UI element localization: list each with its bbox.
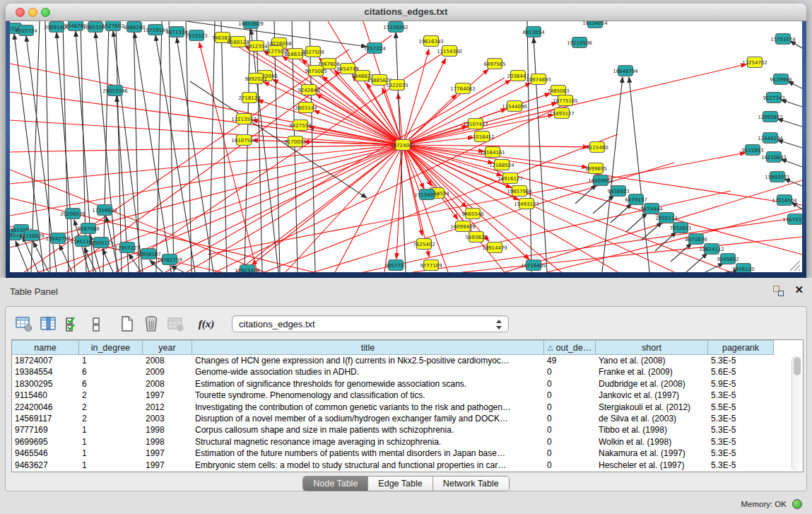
table-cell[interactable]: 0 — [544, 390, 596, 401]
table-row[interactable]: 911546021997Tourette syndrome. Phenomeno… — [12, 390, 803, 401]
table-cell[interactable]: Hescheler et al. (1997) — [596, 460, 708, 471]
graph-edge-black[interactable] — [23, 236, 38, 272]
table-cell[interactable]: 2 — [79, 402, 143, 413]
table-cell[interactable]: 0 — [544, 424, 596, 436]
graph-edge-red[interactable] — [403, 145, 802, 255]
select-all-icon[interactable] — [62, 314, 82, 334]
graph-edge-black[interactable] — [790, 41, 802, 48]
table-cell[interactable]: 1998 — [143, 424, 192, 436]
table-cell[interactable]: 18300295 — [12, 378, 79, 390]
table-cell[interactable]: Tourette syndrome. Phenomenology and cla… — [192, 390, 544, 401]
graph-edge-black[interactable] — [534, 37, 547, 272]
table-cell[interactable]: 1998 — [143, 436, 192, 448]
column-header-in_degree[interactable]: in_degree — [79, 340, 143, 355]
graph-edge-black[interactable] — [95, 33, 117, 272]
table-cell[interactable]: 9777169 — [12, 424, 79, 436]
table-cell[interactable]: Structural magnetic resonance image aver… — [192, 436, 544, 448]
table-cell[interactable]: 49 — [544, 355, 596, 366]
graph-edge-black[interactable] — [102, 249, 113, 272]
table-cell[interactable]: 5.3E-5 — [708, 355, 774, 366]
graph-edge-black[interactable] — [777, 119, 802, 127]
table-cell[interactable]: Genome-wide association studies in ADHD. — [192, 366, 544, 378]
table-cell[interactable]: 5.3E-5 — [708, 424, 774, 436]
graph-edge-black[interactable] — [629, 77, 649, 272]
table-cell[interactable]: 5.6E-5 — [708, 366, 774, 378]
table-row[interactable]: 977716911998Corpus callosum shape and si… — [12, 424, 803, 436]
table-cell[interactable]: 0 — [544, 448, 596, 459]
table-settings-icon[interactable] — [14, 314, 34, 334]
table-cell[interactable]: 1997 — [143, 390, 192, 401]
memory-status-icon[interactable] — [792, 499, 802, 509]
column-header-short[interactable]: short — [596, 340, 708, 355]
table-cell[interactable]: 22420046 — [12, 402, 79, 413]
table-cell[interactable]: Tibbo et al. (1998) — [596, 424, 708, 436]
graph-edge-black[interactable] — [177, 37, 213, 272]
table-row[interactable]: 946554611997Estimation of the future num… — [12, 448, 803, 459]
table-cell[interactable]: 2009 — [143, 366, 192, 378]
table-cell[interactable]: 6 — [79, 366, 143, 378]
column-header-out_de[interactable]: △out_de… — [544, 340, 596, 355]
table-row[interactable]: 946362711997Embryonic stem cells: a mode… — [12, 460, 803, 471]
table-cell[interactable]: Changes of HCN gene expression and I(f) … — [192, 355, 544, 366]
table-cell[interactable]: 5.9E-5 — [708, 378, 774, 390]
graph-edge-red[interactable] — [403, 64, 746, 145]
table-source-select[interactable]: citations_edges.txt — [232, 315, 509, 332]
graph-edge-red[interactable] — [403, 145, 448, 272]
canvas-resize-grip[interactable] — [790, 261, 800, 271]
table-cell[interactable]: Estimation of the future numbers of pati… — [192, 448, 544, 459]
table-cell[interactable]: 2008 — [143, 378, 192, 390]
table-cell[interactable]: 0 — [544, 378, 596, 390]
graph-edge-black[interactable] — [788, 81, 802, 88]
table-cell[interactable]: de Silva et al. (2003) — [596, 413, 708, 424]
tab-network-table[interactable]: Network Table — [433, 477, 509, 491]
table-cell[interactable]: Corpus callosum shape and size in male p… — [192, 424, 544, 436]
tab-node-table[interactable]: Node Table — [303, 477, 368, 491]
scrollbar-thumb[interactable] — [794, 357, 801, 375]
graph-edge-black[interactable] — [777, 140, 802, 148]
table-cell[interactable]: 5.3E-5 — [708, 460, 774, 471]
column-header-title[interactable]: title — [192, 340, 544, 355]
table-cell[interactable]: 9463627 — [12, 460, 79, 471]
table-cell[interactable]: 5.3E-5 — [708, 413, 774, 424]
graph-edge-black[interactable] — [575, 185, 596, 204]
window-titlebar[interactable]: citations_edges.txt — [6, 4, 806, 21]
table-cell[interactable]: Estimation of significance thresholds fo… — [192, 378, 544, 390]
table-cell[interactable]: Yano et al. (2008) — [596, 355, 708, 366]
table-cell[interactable]: 5.3E-5 — [708, 390, 774, 401]
table-cell[interactable]: 0 — [544, 402, 596, 413]
graph-edge-red[interactable] — [505, 180, 802, 272]
graph-edge-red[interactable] — [384, 145, 403, 272]
table-cell[interactable]: 2 — [79, 390, 143, 401]
table-cell[interactable]: 5.3E-5 — [708, 436, 774, 448]
show-columns-icon[interactable] — [38, 314, 58, 334]
graph-edge-black[interactable] — [251, 29, 278, 272]
table-row[interactable]: 1872400712008Changes of HCN gene express… — [12, 355, 803, 366]
table-cell[interactable]: 0 — [544, 366, 596, 378]
graph-edge-black[interactable] — [705, 263, 724, 272]
table-cell[interactable]: 14569117 — [12, 413, 79, 424]
graph-edge-black[interactable] — [59, 245, 72, 272]
table-cell[interactable]: 6 — [79, 378, 143, 390]
graph-edge-black[interactable] — [655, 232, 676, 251]
table-cell[interactable]: 1 — [79, 424, 143, 436]
table-cell[interactable]: Stergiakouli et al. (2012) — [596, 402, 708, 413]
table-cell[interactable]: 9699695 — [12, 436, 79, 448]
tab-edge-table[interactable]: Edge Table — [368, 477, 433, 491]
graph-edge-black[interactable] — [209, 21, 215, 272]
table-cell[interactable]: 1 — [79, 448, 143, 459]
table-cell[interactable]: 18724007 — [12, 355, 79, 366]
table-cell[interactable]: Disruption of a novel member of a sodium… — [192, 413, 544, 424]
table-cell[interactable]: Embryonic stem cells: a model to study s… — [192, 460, 544, 471]
table-cell[interactable]: 9465546 — [12, 448, 79, 459]
table-cell[interactable]: 2 — [79, 413, 143, 424]
table-cell[interactable]: 0 — [544, 460, 596, 471]
graph-edge-red[interactable] — [396, 145, 403, 259]
table-row[interactable]: 1456911722003Disruption of a novel membe… — [12, 413, 803, 424]
graph-edge-red[interactable] — [316, 94, 403, 145]
graph-edge-black[interactable] — [781, 100, 802, 107]
graph-edge-red[interactable] — [10, 145, 403, 216]
table-cell[interactable]: 2008 — [143, 355, 192, 366]
network-canvas[interactable]: 1872400774638229160128891235418226058912… — [10, 21, 802, 272]
graph-edge-red[interactable] — [286, 145, 403, 272]
table-cell[interactable]: 5.5E-5 — [708, 402, 774, 413]
